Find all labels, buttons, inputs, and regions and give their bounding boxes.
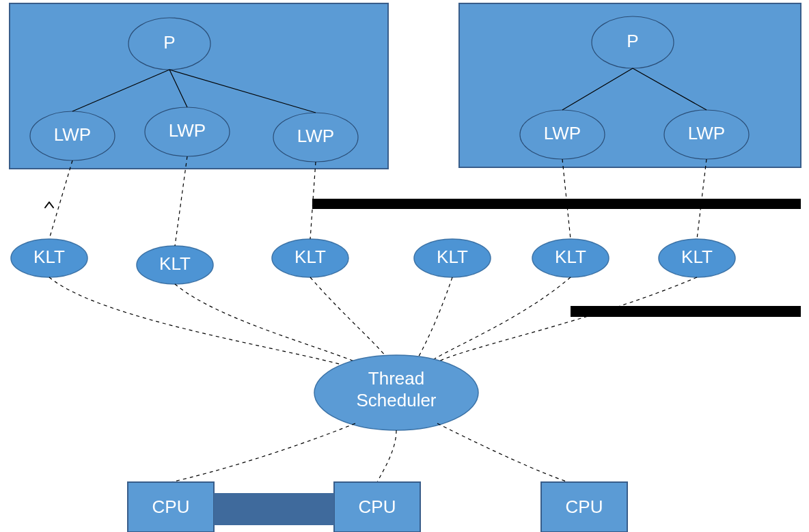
klt-5-label: KLT [555,247,586,267]
cpu-2-label: CPU [359,496,396,517]
klt-3-label: KLT [294,247,326,267]
thread-scheduler-label-1: Thread [368,368,424,389]
lwp-1-2-label: LWP [169,120,206,141]
klt-6-label: KLT [681,247,713,267]
klt-4-label: KLT [437,247,468,267]
separator-bar-right [571,306,801,317]
lwp-1-1-label: LWP [54,124,91,145]
cpu-3-label: CPU [566,496,603,517]
lwp-1-3-label: LWP [297,126,334,146]
svg-line-5 [49,160,72,239]
klt-1-label: KLT [33,247,65,267]
process-p-2-label: P [627,31,638,51]
cpu-strip [214,493,334,525]
cpu-1-label: CPU [152,496,190,517]
lwp-2-1-label: LWP [544,123,581,143]
thread-scheduler-label-2: Scheduler [356,390,436,410]
lwp-2-2-label: LWP [688,123,725,143]
process-p-1-label: P [163,32,175,53]
klt-2-label: KLT [159,253,191,274]
separator-bar-top [312,199,801,209]
svg-line-6 [175,156,187,246]
